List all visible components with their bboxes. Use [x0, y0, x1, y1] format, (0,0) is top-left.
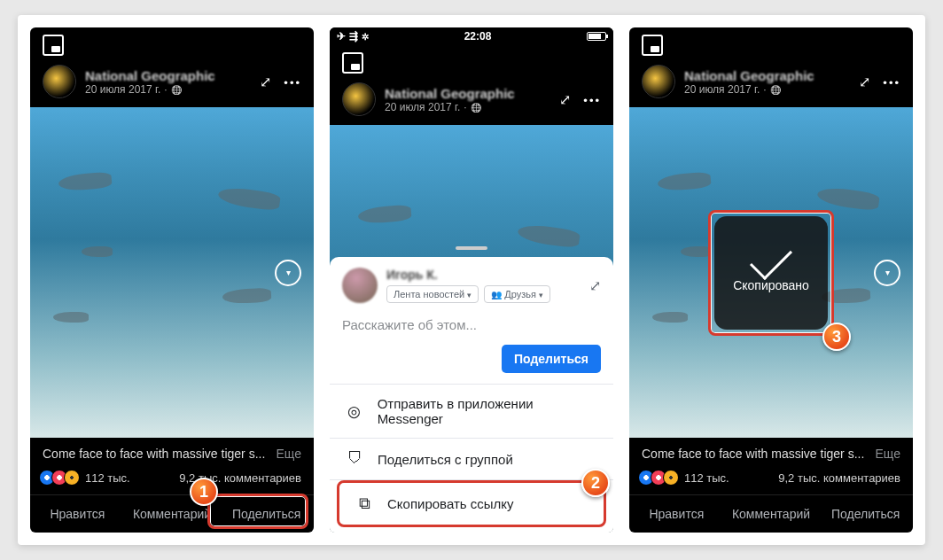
wow-reaction-icon — [663, 470, 679, 486]
caret-down-icon — [467, 289, 472, 299]
video-media[interactable]: Скопировано — [629, 107, 913, 438]
highlight-toast: Скопировано — [708, 210, 834, 336]
status-time: 22:08 — [464, 30, 492, 43]
post-date-row: 20 июля 2017 г.· — [385, 101, 550, 113]
feed-selector[interactable]: Лента новостей — [386, 285, 479, 303]
likes-count: 112 тыс. — [684, 471, 729, 485]
video-media[interactable] — [30, 107, 314, 438]
expand-sheet-icon[interactable] — [589, 277, 601, 294]
post-date: 20 июля 2017 г. — [85, 83, 160, 96]
page-avatar[interactable] — [43, 65, 76, 98]
pip-icon[interactable] — [43, 35, 64, 56]
expand-icon[interactable] — [859, 73, 870, 91]
comment-button[interactable]: Комментарий — [724, 495, 819, 533]
copy-icon — [354, 494, 375, 513]
more-dots-icon[interactable] — [583, 90, 601, 109]
messenger-icon — [344, 402, 365, 421]
vr-360-icon[interactable] — [275, 260, 301, 286]
caption-more-link[interactable]: Еще — [277, 447, 302, 461]
highlight-copy-link: Скопировать ссылку — [337, 480, 606, 527]
checkmark-icon — [750, 237, 792, 279]
group-icon — [344, 450, 365, 468]
vr-360-icon[interactable] — [874, 260, 900, 286]
post-header: National Geographic 20 июля 2017 г. · — [30, 56, 314, 107]
reactions-icons — [642, 470, 679, 486]
post-date-row: 20 июля 2017 г.· — [684, 83, 850, 96]
highlight-share: Поделиться — [207, 494, 308, 529]
share-text-input[interactable]: Расскажите об этом... — [330, 310, 613, 345]
caption-row: Come face to face with massive tiger s..… — [629, 438, 913, 466]
comments-count: 9,2 тыс. комментариев — [778, 471, 900, 485]
airplane-mode-icon — [337, 30, 346, 43]
page-name[interactable]: National Geographic — [85, 68, 251, 83]
share-sheet: Игорь К. Лента новостей Друзья Расскажит… — [330, 257, 613, 533]
phone-screen-2: 22:08 National Geographic 20 июля 2017 г… — [330, 27, 613, 533]
friends-icon — [491, 289, 502, 299]
loading-icon — [362, 30, 369, 43]
expand-icon[interactable] — [559, 90, 571, 109]
globe-icon — [770, 83, 781, 96]
page-name[interactable]: National Geographic — [684, 68, 850, 83]
wow-reaction-icon — [64, 470, 80, 486]
stats-row[interactable]: 112 тыс. 9,2 тыс. комментариев — [30, 466, 314, 494]
pip-icon[interactable] — [642, 35, 663, 56]
user-avatar[interactable] — [342, 268, 378, 303]
page-avatar[interactable] — [642, 65, 675, 98]
share-now-button[interactable]: Поделиться — [502, 345, 601, 373]
phone-screen-3: National Geographic 20 июля 2017 г.· Ско… — [629, 27, 913, 533]
share-option-group[interactable]: Поделиться с группой — [330, 439, 613, 479]
share-option-copy-link[interactable]: Скопировать ссылку — [339, 483, 604, 525]
page-avatar[interactable] — [342, 82, 376, 116]
share-option-messenger[interactable]: Отправить в приложении Messenger — [330, 385, 613, 438]
caption-text: Come face to face with massive tiger s..… — [642, 447, 869, 461]
share-button[interactable]: Поделиться — [818, 495, 913, 533]
stats-row[interactable]: 112 тыс. 9,2 тыс. комментариев — [629, 466, 913, 494]
post-header: National Geographic 20 июля 2017 г.· — [629, 56, 913, 107]
caption-text: Come face to face with massive tiger s..… — [43, 447, 269, 461]
like-button[interactable]: Нравится — [30, 495, 125, 533]
more-dots-icon[interactable] — [284, 73, 301, 91]
status-bar: 22:08 — [330, 27, 613, 45]
likes-count: 112 тыс. — [85, 471, 130, 485]
marker-2: 2 — [581, 469, 610, 497]
globe-icon — [471, 101, 481, 113]
drag-handle[interactable] — [456, 246, 487, 250]
caret-down-icon — [539, 289, 543, 299]
marker-3: 3 — [822, 323, 851, 351]
pip-icon[interactable] — [342, 52, 363, 74]
marker-1: 1 — [190, 478, 218, 506]
wifi-icon — [349, 30, 358, 43]
tutorial-triptych: National Geographic 20 июля 2017 г. · Co… — [18, 15, 925, 545]
more-dots-icon[interactable] — [883, 73, 900, 91]
action-bar: Нравится Комментарий Поделиться — [629, 494, 913, 533]
like-button[interactable]: Нравится — [629, 495, 724, 533]
battery-icon — [587, 32, 606, 41]
globe-icon — [171, 83, 182, 96]
page-name[interactable]: National Geographic — [385, 86, 550, 101]
toast-text: Скопировано — [733, 278, 809, 292]
post-date-row: 20 июля 2017 г. · — [85, 83, 251, 96]
copied-toast: Скопировано — [714, 216, 828, 330]
user-name[interactable]: Игорь К. — [386, 268, 550, 282]
expand-icon[interactable] — [260, 73, 271, 91]
reactions-icons — [43, 470, 80, 486]
phone-screen-1: National Geographic 20 июля 2017 г. · Co… — [30, 27, 314, 533]
caption-row: Come face to face with massive tiger s..… — [30, 438, 314, 466]
audience-selector[interactable]: Друзья — [484, 285, 550, 303]
caption-more-link[interactable]: Еще — [876, 447, 901, 461]
post-header: National Geographic 20 июля 2017 г.· — [330, 74, 613, 125]
